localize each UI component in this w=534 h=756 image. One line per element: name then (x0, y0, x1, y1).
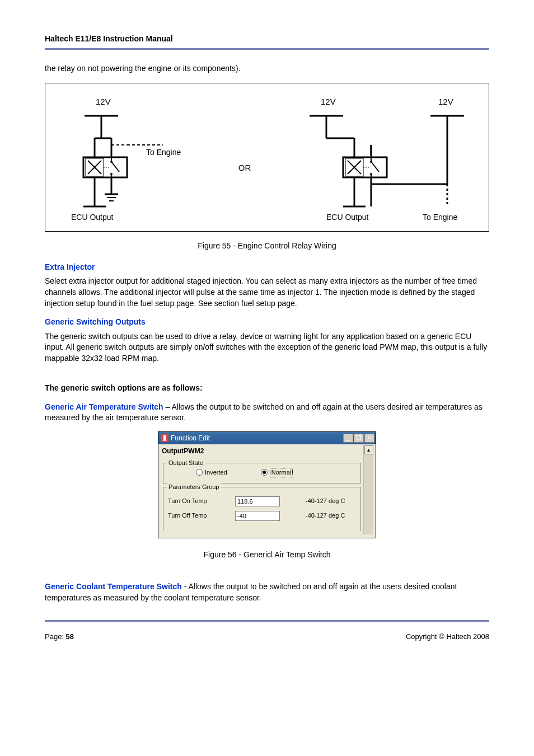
svg-rect-2 (83, 157, 127, 177)
turn-off-range: -40-127 deg C (306, 511, 345, 520)
output-state-group: Output State Inverted Normal (163, 463, 361, 483)
radio-normal-label: Normal (270, 468, 293, 477)
function-edit-dialog: Function Edit _ ❐ × OutputPWM2 Output St… (158, 431, 376, 538)
parameters-legend: Parameters Group (167, 483, 221, 491)
turn-on-input[interactable] (235, 496, 280, 506)
heading-generic-air: Generic Air Temperature Switch (45, 402, 163, 411)
radio-normal-dot (261, 469, 268, 476)
parameters-group: Parameters Group Turn On Temp -40-127 de… (163, 487, 361, 531)
dialog-subheader: OutputPWM2 (161, 445, 363, 459)
param-row-turn-off: Turn Off Temp -40-127 deg C (168, 511, 356, 521)
text-generic-switching: The generic switch outputs can be used t… (45, 331, 489, 364)
heading-generic-switching: Generic Switching Outputs (45, 317, 489, 328)
app-icon (161, 434, 168, 442)
dialog-titlebar[interactable]: Function Edit _ ❐ × (158, 432, 376, 444)
svg-line-34 (371, 162, 379, 172)
scroll-up-button[interactable]: ▴ (364, 445, 373, 454)
generic-coolant-para: Generic Coolant Temperature Switch - All… (45, 581, 489, 603)
label-12v-right: 12V (438, 97, 453, 106)
radio-inverted-dot (196, 469, 203, 476)
output-state-legend: Output State (167, 459, 205, 467)
label-to-engine-left: To Engine (146, 148, 181, 157)
label-to-engine-right: To Engine (423, 213, 457, 222)
svg-rect-49 (163, 435, 166, 441)
restore-button[interactable]: ❐ (354, 434, 364, 443)
label-ecu-output-left: ECU Output (71, 213, 114, 222)
turn-on-range: -40-127 deg C (306, 497, 345, 505)
svg-rect-28 (343, 157, 387, 177)
generic-air-para: Generic Air Temperature Switch – Allows … (45, 402, 489, 424)
radio-inverted[interactable]: Inverted (196, 468, 227, 477)
footer: Page: 58 Copyright © Haltech 2008 (45, 632, 489, 642)
radio-normal[interactable]: Normal (261, 468, 293, 477)
relay-wiring-diagram: 12V (45, 83, 489, 232)
minimize-button[interactable]: _ (343, 434, 353, 443)
dialog-scrollbar[interactable]: ▴ (363, 445, 373, 534)
doc-header-title: Haltech E11/E8 Instruction Manual (45, 34, 489, 45)
label-or: OR (238, 162, 251, 173)
intro-continuation: the relay on not powering the engine or … (45, 63, 489, 74)
header-rule (45, 48, 489, 50)
turn-off-label: Turn Off Temp (168, 511, 235, 520)
turn-off-input[interactable] (235, 511, 280, 521)
figure-56-caption: Figure 56 - Genericl Air Temp Switch (45, 550, 489, 561)
label-12v-left: 12V (96, 97, 111, 106)
text-extra-injector: Select extra injector output for additio… (45, 276, 489, 309)
options-intro: The generic switch options are as follow… (45, 383, 489, 394)
close-button[interactable]: × (364, 434, 374, 443)
radio-inverted-label: Inverted (205, 468, 227, 477)
relay-circuit-left: 12V (51, 95, 208, 223)
heading-generic-coolant: Generic Coolant Temperature Switch (45, 582, 182, 591)
relay-circuit-right: 12V 12V (282, 95, 483, 223)
page-number: Page: 58 (45, 632, 74, 642)
footer-rule (45, 620, 489, 622)
figure-55-caption: Figure 55 - Engine Control Relay Wiring (45, 241, 489, 252)
label-ecu-output-right: ECU Output (326, 213, 369, 222)
dialog-title: Function Edit (171, 434, 343, 443)
heading-extra-injector: Extra Injector (45, 262, 489, 273)
param-row-turn-on: Turn On Temp -40-127 deg C (168, 496, 356, 506)
copyright: Copyright © Haltech 2008 (406, 632, 489, 642)
svg-line-8 (111, 162, 119, 172)
turn-on-label: Turn On Temp (168, 497, 235, 505)
label-12v-mid: 12V (321, 97, 336, 106)
